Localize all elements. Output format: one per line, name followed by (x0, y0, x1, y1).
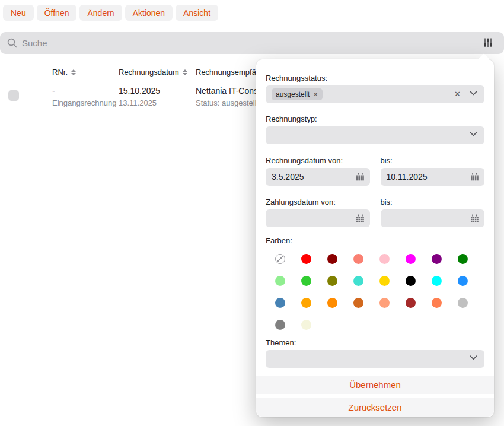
color-swatch-silver[interactable] (458, 298, 468, 308)
payment-date-from-field[interactable] (266, 209, 370, 227)
button-gap (256, 394, 494, 398)
column-header-rnr-label: RNr. (52, 68, 68, 77)
no-color-swatch[interactable] (275, 254, 285, 264)
column-header-rechnungsdatum-label: Rechnungsdatum (119, 68, 179, 77)
color-swatch-olive[interactable] (327, 276, 337, 286)
status-tag-label: ausgestellt (276, 90, 310, 98)
color-swatch-steelblue[interactable] (275, 298, 285, 308)
search-input[interactable]: Suche (22, 38, 47, 48)
color-swatch-magenta[interactable] (406, 254, 416, 264)
calendar-icon[interactable] (470, 173, 479, 181)
color-swatch-turquoise[interactable] (353, 276, 363, 286)
row-checkbox[interactable] (8, 90, 19, 101)
color-swatch-cyan[interactable] (432, 276, 442, 286)
status-select[interactable]: ausgestellt ✕ ✕ (266, 85, 484, 103)
filter-button[interactable] (480, 37, 496, 50)
invoice-type: Eingangsrechnung (52, 98, 116, 108)
invoice-date-to-value: 10.11.2025 (387, 172, 428, 182)
sort-icon[interactable] (183, 69, 187, 75)
tag-remove-icon[interactable]: ✕ (312, 91, 318, 98)
typ-select[interactable] (266, 126, 484, 144)
color-swatch-gray[interactable] (275, 320, 285, 330)
typ-label: Rechnungstyp: (266, 115, 484, 124)
color-swatch-darkorange[interactable] (327, 298, 337, 308)
edit-button[interactable]: Ändern (79, 5, 122, 21)
color-swatch-red[interactable] (301, 254, 311, 264)
app-window: Neu Öffnen Ändern Aktionen Ansicht Suche… (0, 0, 504, 426)
color-swatch-brown[interactable] (406, 298, 416, 308)
color-swatch-grid (267, 254, 484, 330)
calendar-icon[interactable] (356, 173, 365, 181)
rnr-value: - (52, 86, 116, 96)
status-tag[interactable]: ausgestellt ✕ (272, 88, 323, 100)
new-button[interactable]: Neu (3, 5, 34, 21)
color-swatch-darkred[interactable] (327, 254, 337, 264)
invoice-date-from-field[interactable]: 3.5.2025 (266, 168, 370, 186)
clear-icon[interactable]: ✕ (454, 90, 461, 99)
column-header-rnr[interactable]: RNr. (52, 68, 76, 77)
filter-popover: Rechnungsstatus: ausgestellt ✕ ✕ Rechnun… (256, 59, 494, 417)
invoice-date-to-label: bis: (381, 156, 485, 166)
search-bar[interactable]: Suche (0, 32, 504, 54)
chevron-down-icon (470, 132, 477, 136)
chevron-down-icon (470, 91, 477, 96)
due-date: 13.11.2025 (119, 98, 160, 108)
search-icon (7, 38, 17, 48)
color-swatch-salmon[interactable] (353, 254, 363, 264)
toolbar: Neu Öffnen Ändern Aktionen Ansicht (3, 5, 218, 21)
invoice-date-to-field[interactable]: 10.11.2025 (381, 168, 485, 186)
color-swatch-pink[interactable] (379, 254, 390, 264)
status-label: Rechnungsstatus: (266, 74, 484, 83)
open-button[interactable]: Öffnen (37, 5, 77, 21)
color-swatch-limegreen[interactable] (301, 276, 311, 286)
invoice-date-from-value: 3.5.2025 (272, 172, 304, 182)
view-button[interactable]: Ansicht (176, 5, 218, 21)
color-swatch-beige[interactable] (301, 320, 311, 330)
color-swatch-orange[interactable] (301, 298, 311, 308)
chevron-down-icon (470, 355, 477, 360)
color-swatch-black[interactable] (406, 276, 416, 286)
apply-button[interactable]: Übernehmen (256, 376, 494, 394)
color-swatch-coral[interactable] (432, 298, 442, 308)
cell-rnr[interactable]: - Eingangsrechnung (52, 86, 116, 108)
color-swatch-lightsalmon[interactable] (379, 298, 390, 308)
calendar-icon[interactable] (356, 214, 365, 222)
payment-date-to-field[interactable] (381, 209, 485, 227)
reset-button[interactable]: Zurücksetzen (256, 398, 494, 417)
invoice-date-from-label: Rechnungsdatum von: (266, 156, 370, 166)
color-swatch-chocolate[interactable] (353, 298, 363, 308)
color-swatch-gold[interactable] (379, 276, 390, 286)
color-swatch-purple[interactable] (432, 254, 442, 264)
farben-label: Farben: (266, 236, 484, 246)
invoice-date: 15.10.2025 (119, 86, 160, 96)
payment-date-from-label: Zahlungsdatum von: (266, 198, 370, 207)
color-swatch-dodgerblue[interactable] (458, 276, 468, 286)
sort-icon[interactable] (71, 69, 76, 75)
sliders-icon (482, 37, 494, 49)
actions-button[interactable]: Aktionen (125, 5, 173, 21)
color-swatch-green[interactable] (458, 254, 468, 264)
calendar-icon[interactable] (470, 214, 479, 222)
column-header-rechnungsdatum[interactable]: Rechnungsdatum (119, 68, 187, 77)
themen-label: Themen: (266, 338, 484, 348)
color-swatch-lightgreen[interactable] (275, 276, 285, 286)
themen-select[interactable] (266, 350, 484, 368)
payment-date-to-label: bis: (381, 198, 485, 207)
cell-rechnungsdatum[interactable]: 15.10.2025 13.11.2025 (119, 86, 160, 108)
